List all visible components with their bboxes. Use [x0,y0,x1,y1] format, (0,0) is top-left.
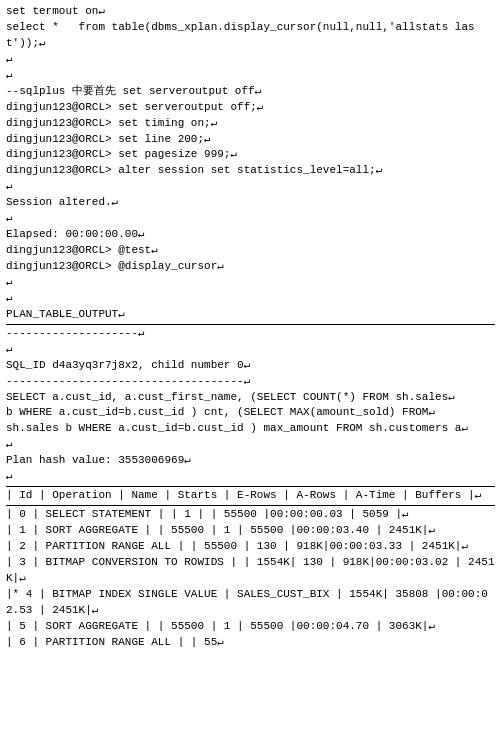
terminal-line: | 3 | BITMAP CONVERSION TO ROWIDS | | 15… [6,555,495,587]
terminal-line: SQL_ID d4a3yq3r7j8x2, child number 0↵ [6,358,495,374]
terminal-line: |* 4 | BITMAP INDEX SINGLE VALUE | SALES… [6,587,495,619]
divider-line [6,505,495,506]
terminal-line: ↵ [6,211,495,227]
terminal-line: | 1 | SORT AGGREGATE | | 55500 | 1 | 555… [6,523,495,539]
terminal-line: Session altered.↵ [6,195,495,211]
terminal-line: ↵ [6,342,495,358]
terminal-line: ↵ [6,68,495,84]
terminal-line: b WHERE a.cust_id=b.cust_id ) cnt, (SELE… [6,405,495,421]
terminal-line: Elapsed: 00:00:00.00↵ [6,227,495,243]
terminal-line: sh.sales b WHERE a.cust_id=b.cust_id ) m… [6,421,495,437]
terminal-line: | 2 | PARTITION RANGE ALL | | 55500 | 13… [6,539,495,555]
terminal-line: PLAN_TABLE_OUTPUT↵ [6,307,495,323]
divider-line [6,324,495,325]
terminal-line: | Id | Operation | Name | Starts | E-Row… [6,488,495,504]
terminal-line: --sqlplus 中要首先 set serveroutput off↵ [6,84,495,100]
terminal-line: Plan hash value: 3553006969↵ [6,453,495,469]
terminal-line: SELECT a.cust_id, a.cust_first_name, (SE… [6,390,495,406]
terminal-line: ↵ [6,179,495,195]
terminal-line: ↵ [6,469,495,485]
terminal-line: ↵ [6,52,495,68]
terminal-line: ↵ [6,437,495,453]
terminal-line: | 5 | SORT AGGREGATE | | 55500 | 1 | 555… [6,619,495,635]
terminal-line: ------------------------------------↵ [6,374,495,390]
terminal-line: ↵ [6,291,495,307]
divider-line [6,486,495,487]
terminal-line: dingjun123@ORCL> @test↵ [6,243,495,259]
terminal-line: dingjun123@ORCL> @display_cursor↵ [6,259,495,275]
terminal-line: --------------------↵ [6,326,495,342]
terminal-line: | 0 | SELECT STATEMENT | | 1 | | 55500 |… [6,507,495,523]
terminal-output: set termout on↵select * from table(dbms_… [6,4,495,651]
terminal-line: | 6 | PARTITION RANGE ALL | | 55↵ [6,635,495,651]
terminal-line: dingjun123@ORCL> set pagesize 999;↵ [6,147,495,163]
terminal-line: set termout on↵ [6,4,495,20]
terminal-line: dingjun123@ORCL> set serveroutput off;↵ [6,100,495,116]
terminal-line: dingjun123@ORCL> set line 200;↵ [6,132,495,148]
terminal-line: select * from table(dbms_xplan.display_c… [6,20,495,52]
terminal-line: dingjun123@ORCL> set timing on;↵ [6,116,495,132]
terminal-line: ↵ [6,275,495,291]
terminal-line: dingjun123@ORCL> alter session set stati… [6,163,495,179]
